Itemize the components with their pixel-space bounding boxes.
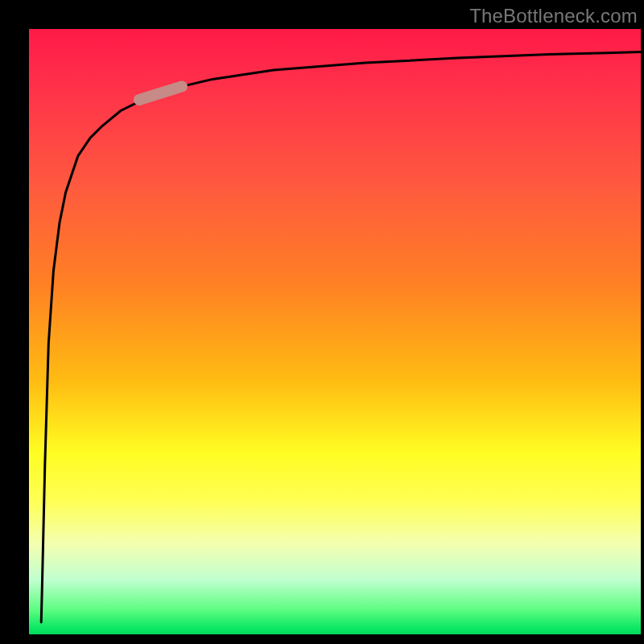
plot-area: [29, 29, 641, 634]
watermark-text: TheBottleneck.com: [469, 5, 638, 27]
chart-container: TheBottleneck.com: [0, 0, 644, 644]
